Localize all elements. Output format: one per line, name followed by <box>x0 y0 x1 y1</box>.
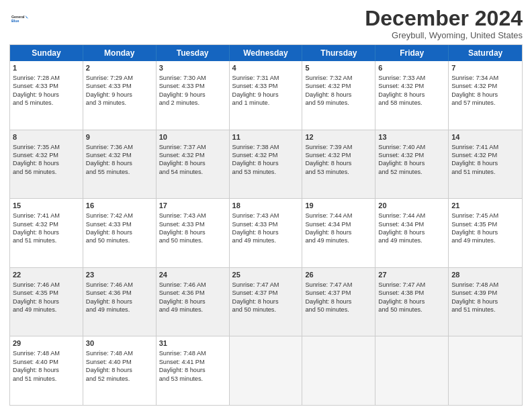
calendar-cell: 31Sunrise: 7:48 AMSunset: 4:41 PMDayligh… <box>157 336 230 405</box>
day-info-line: Daylight: 8 hours <box>451 159 519 167</box>
day-info-line: Daylight: 8 hours <box>86 298 153 306</box>
day-number: 8 <box>13 132 80 142</box>
day-info-line: Daylight: 8 hours <box>86 228 153 236</box>
calendar-cell <box>302 336 375 405</box>
day-info-line: Sunset: 4:37 PM <box>232 289 300 297</box>
day-info-line: and 58 minutes. <box>378 99 445 107</box>
day-info-line: Daylight: 8 hours <box>451 228 519 236</box>
calendar-cell: 16Sunrise: 7:42 AMSunset: 4:33 PMDayligh… <box>83 199 157 267</box>
day-info-line: Sunrise: 7:46 AM <box>13 281 80 289</box>
calendar-row-3: 15Sunrise: 7:41 AMSunset: 4:32 PMDayligh… <box>10 198 522 267</box>
day-info-line: Sunrise: 7:47 AM <box>232 281 300 289</box>
day-info-line: Sunrise: 7:47 AM <box>378 281 445 289</box>
day-info-line: and 52 minutes. <box>86 375 153 383</box>
day-info-line: Daylight: 8 hours <box>305 298 372 306</box>
day-info-line: Sunrise: 7:36 AM <box>86 143 153 151</box>
calendar-cell: 28Sunrise: 7:48 AMSunset: 4:39 PMDayligh… <box>449 268 522 336</box>
calendar-cell: 22Sunrise: 7:46 AMSunset: 4:35 PMDayligh… <box>10 268 83 336</box>
day-info-line: Sunrise: 7:44 AM <box>378 212 445 220</box>
day-info-line: Sunset: 4:36 PM <box>86 289 153 297</box>
logo: GeneralBlue <box>9 9 30 28</box>
day-number: 11 <box>232 132 300 142</box>
day-info-line: and 50 minutes. <box>232 306 300 314</box>
day-info-line: Daylight: 8 hours <box>378 228 445 236</box>
day-info-line: Daylight: 8 hours <box>378 298 445 306</box>
day-number: 29 <box>13 338 80 349</box>
calendar-cell: 2Sunrise: 7:29 AMSunset: 4:33 PMDaylight… <box>83 61 157 130</box>
page: GeneralBlue December 2024 Greybull, Wyom… <box>0 0 532 411</box>
day-number: 3 <box>159 63 226 73</box>
day-number: 10 <box>159 132 226 142</box>
day-number: 28 <box>451 270 519 280</box>
day-info-line: Daylight: 8 hours <box>159 228 226 236</box>
calendar-cell: 4Sunrise: 7:31 AMSunset: 4:33 PMDaylight… <box>230 61 303 130</box>
day-info-line: Sunrise: 7:41 AM <box>451 143 519 151</box>
day-number: 30 <box>86 338 153 349</box>
day-info-line: and 49 minutes. <box>378 236 445 244</box>
day-info-line: and 57 minutes. <box>451 99 519 107</box>
day-info-line: Sunrise: 7:48 AM <box>159 349 226 357</box>
day-info-line: Sunset: 4:32 PM <box>13 220 80 228</box>
header-cell-friday: Friday <box>375 45 449 61</box>
day-info-line: and 56 minutes. <box>13 168 80 176</box>
title-block: December 2024 Greybull, Wyoming, United … <box>365 7 523 40</box>
calendar-row-1: 1Sunrise: 7:28 AMSunset: 4:33 PMDaylight… <box>10 61 522 130</box>
day-number: 31 <box>159 338 226 349</box>
day-number: 20 <box>378 201 445 211</box>
day-info-line: and 50 minutes. <box>378 306 445 314</box>
calendar-cell: 21Sunrise: 7:45 AMSunset: 4:35 PMDayligh… <box>449 199 522 267</box>
calendar-row-2: 8Sunrise: 7:35 AMSunset: 4:32 PMDaylight… <box>10 130 522 199</box>
day-info-line: Daylight: 9 hours <box>159 91 226 99</box>
day-info-line: Daylight: 8 hours <box>13 228 80 236</box>
day-info-line: and 54 minutes. <box>159 168 226 176</box>
day-number: 13 <box>378 132 445 142</box>
day-info-line: Sunrise: 7:48 AM <box>86 349 153 357</box>
day-info-line: Sunrise: 7:46 AM <box>159 281 226 289</box>
day-info-line: Sunset: 4:32 PM <box>232 151 300 159</box>
day-number: 5 <box>305 63 372 73</box>
day-info-line: Sunset: 4:35 PM <box>451 220 519 228</box>
day-info-line: Sunrise: 7:47 AM <box>305 281 372 289</box>
day-info-line: Sunset: 4:32 PM <box>305 82 372 90</box>
calendar: SundayMondayTuesdayWednesdayThursdayFrid… <box>9 44 523 406</box>
day-number: 17 <box>159 201 226 211</box>
day-number: 12 <box>305 132 372 142</box>
calendar-cell: 11Sunrise: 7:38 AMSunset: 4:32 PMDayligh… <box>230 130 303 199</box>
day-info-line: Sunset: 4:32 PM <box>451 82 519 90</box>
location-subtitle: Greybull, Wyoming, United States <box>365 30 523 40</box>
day-info-line: and 53 minutes. <box>305 168 372 176</box>
calendar-cell: 17Sunrise: 7:43 AMSunset: 4:33 PMDayligh… <box>157 199 230 267</box>
day-number: 4 <box>232 63 300 73</box>
calendar-cell <box>375 336 449 405</box>
calendar-cell <box>449 336 522 405</box>
day-number: 16 <box>86 201 153 211</box>
day-info-line: Daylight: 8 hours <box>13 366 80 374</box>
day-info-line: Sunset: 4:32 PM <box>159 151 226 159</box>
day-number: 26 <box>305 270 372 280</box>
calendar-cell: 3Sunrise: 7:30 AMSunset: 4:33 PMDaylight… <box>157 61 230 130</box>
day-number: 7 <box>451 63 519 73</box>
day-info-line: Sunset: 4:34 PM <box>378 220 445 228</box>
day-info-line: Daylight: 8 hours <box>86 159 153 167</box>
day-info-line: Sunset: 4:33 PM <box>159 82 226 90</box>
day-info-line: Sunrise: 7:28 AM <box>13 74 80 82</box>
day-info-line: Sunrise: 7:43 AM <box>232 212 300 220</box>
day-info-line: Daylight: 8 hours <box>378 91 445 99</box>
day-info-line: and 49 minutes. <box>86 306 153 314</box>
day-number: 25 <box>232 270 300 280</box>
calendar-cell: 27Sunrise: 7:47 AMSunset: 4:38 PMDayligh… <box>375 268 449 336</box>
day-info-line: and 49 minutes. <box>13 306 80 314</box>
day-info-line: Daylight: 8 hours <box>451 298 519 306</box>
day-info-line: Sunrise: 7:38 AM <box>232 143 300 151</box>
day-info-line: Sunrise: 7:35 AM <box>13 143 80 151</box>
calendar-cell: 7Sunrise: 7:34 AMSunset: 4:32 PMDaylight… <box>449 61 522 130</box>
day-info-line: Daylight: 8 hours <box>451 91 519 99</box>
day-info-line: Sunrise: 7:29 AM <box>86 74 153 82</box>
calendar-cell: 25Sunrise: 7:47 AMSunset: 4:37 PMDayligh… <box>230 268 303 336</box>
day-info-line: Daylight: 8 hours <box>305 91 372 99</box>
calendar-cell: 8Sunrise: 7:35 AMSunset: 4:32 PMDaylight… <box>10 130 83 199</box>
day-info-line: and 53 minutes. <box>159 375 226 383</box>
day-info-line: Sunset: 4:38 PM <box>378 289 445 297</box>
day-info-line: Sunset: 4:37 PM <box>305 289 372 297</box>
day-number: 15 <box>13 201 80 211</box>
